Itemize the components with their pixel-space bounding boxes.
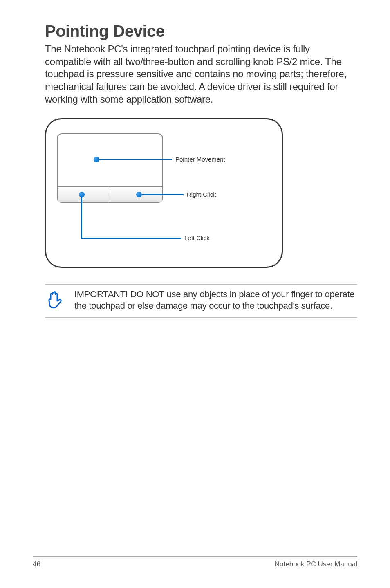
page-title: Pointing Device: [45, 22, 357, 40]
left-click-label: Left Click: [184, 234, 210, 241]
hand-stop-icon: [45, 289, 74, 313]
pointer-movement-label: Pointer Movement: [175, 156, 225, 163]
page-footer: 46 Notebook PC User Manual: [33, 556, 357, 568]
right-click-dot: [136, 192, 142, 197]
left-click-leader-horizontal: [81, 238, 181, 239]
left-click-dot: [79, 192, 85, 197]
page-number: 46: [33, 560, 40, 568]
touchpad-diagram: Pointer Movement Right Click Left Click: [45, 118, 283, 268]
touchpad-outline: [57, 133, 163, 203]
important-note: IMPORTANT! DO NOT use any objects in pla…: [45, 284, 357, 318]
pointer-movement-dot: [94, 157, 99, 162]
intro-paragraph: The Notebook PC's integrated touchpad po…: [45, 43, 357, 106]
touchpad-vertical-divider: [110, 186, 110, 202]
left-click-leader-vertical: [81, 197, 82, 239]
right-click-label: Right Click: [187, 191, 216, 198]
right-click-leader: [142, 194, 184, 195]
important-note-text: IMPORTANT! DO NOT use any objects in pla…: [74, 289, 357, 312]
page-container: Pointing Device The Notebook PC's integr…: [0, 0, 390, 588]
manual-title: Notebook PC User Manual: [275, 560, 357, 568]
pointer-movement-leader: [99, 159, 172, 160]
